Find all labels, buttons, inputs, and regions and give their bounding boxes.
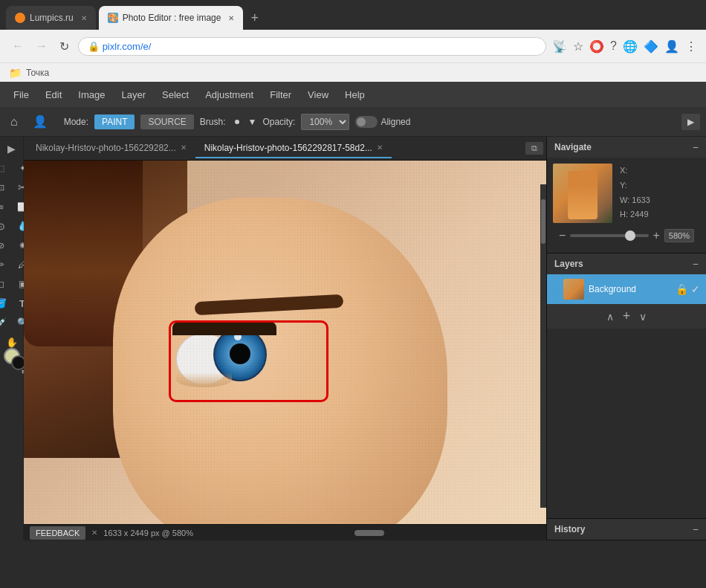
- brush-label: Brush:: [200, 117, 226, 127]
- person-tool-button[interactable]: 👤: [28, 112, 52, 132]
- history-title: History: [554, 524, 585, 534]
- bookmark-folder-icon: 📁: [9, 67, 22, 79]
- menu-adjustment[interactable]: Adjustment: [198, 85, 261, 104]
- address-bar[interactable]: 🔒 pixlr.com/e/: [78, 37, 546, 56]
- opacity-select[interactable]: 100% 75% 50% 25%: [301, 114, 349, 130]
- tab-lumpics-close[interactable]: ✕: [81, 14, 87, 22]
- color-swatches: ⇄: [4, 348, 26, 375]
- browser-chrome: Lumpics.ru ✕ 🎨 Photo Editor : free image…: [0, 0, 706, 82]
- forward-button[interactable]: →: [33, 36, 51, 56]
- zoom-handle[interactable]: [625, 230, 635, 241]
- browser-actions: 📡 ☆ ⭕ ? 🌐 🔷 👤 ⋮: [552, 39, 697, 54]
- paint-mode-button[interactable]: PAINT: [94, 114, 135, 129]
- history-minimize-button[interactable]: −: [693, 523, 699, 535]
- opera-icon[interactable]: ⭕: [589, 39, 604, 54]
- help-icon[interactable]: ?: [610, 39, 617, 53]
- heal-tool[interactable]: ≋: [0, 198, 11, 216]
- navigate-panel: Navigate − X: Y: W: 1633 H: 2449 −: [547, 137, 706, 253]
- zoom-value: 580%: [664, 229, 694, 242]
- menu-help[interactable]: Help: [337, 85, 372, 104]
- layer-visible-icon[interactable]: ✓: [691, 283, 700, 295]
- tab-pixlr-label: Photo Editor : free image: [123, 13, 221, 23]
- menu-select[interactable]: Select: [155, 85, 196, 104]
- canvas-tab-1-label: Nikolay-Hristov-photo-156229282...: [36, 143, 176, 153]
- canvas-tab-1[interactable]: Nikolay-Hristov-photo-156229282... ✕: [27, 139, 195, 158]
- layer-icons: 🔒 ✓: [676, 283, 700, 295]
- bookmark-icon[interactable]: ☆: [573, 39, 583, 54]
- select-tool[interactable]: ▶: [1, 140, 22, 158]
- menu-layer[interactable]: Layer: [114, 85, 154, 104]
- tab-pixlr[interactable]: 🎨 Photo Editor : free image ✕: [99, 6, 244, 30]
- canvas-tab-1-close[interactable]: ✕: [181, 143, 187, 152]
- layer-add-button[interactable]: +: [623, 308, 631, 324]
- clone-tool[interactable]: ⊙: [0, 217, 11, 235]
- canvas-viewport[interactable]: [24, 161, 546, 524]
- canvas-status-text: 1633 x 2449 px @ 580%: [103, 529, 193, 537]
- reload-button[interactable]: ↻: [56, 36, 72, 56]
- vpn-icon[interactable]: 🌐: [623, 39, 638, 54]
- menu-edit[interactable]: Edit: [38, 85, 69, 104]
- aligned-text: Aligned: [380, 117, 410, 127]
- pixlr-favicon: 🎨: [108, 13, 118, 23]
- brush-arrow-icon[interactable]: ▼: [248, 117, 257, 127]
- navigate-section: X: Y: W: 1633 H: 2449 − + 580%: [547, 158, 706, 253]
- menu-file[interactable]: File: [6, 85, 36, 104]
- bookmark-bar: 📁 Точка: [0, 62, 706, 82]
- zoom-minus-button[interactable]: −: [559, 229, 566, 242]
- bookmark-label[interactable]: Точка: [26, 68, 49, 78]
- menu-filter[interactable]: Filter: [262, 85, 299, 104]
- vertical-scrollbar[interactable]: [540, 184, 546, 508]
- menu-image[interactable]: Image: [71, 85, 112, 104]
- scrollbar-thumb[interactable]: [541, 199, 545, 244]
- layer-thumbnail: [563, 279, 584, 300]
- eyedropper-tool[interactable]: 💉: [0, 314, 11, 332]
- menu-view[interactable]: View: [300, 85, 336, 104]
- layer-lock-icon[interactable]: 🔒: [676, 283, 688, 295]
- toolbar-expand-button[interactable]: ▶: [681, 114, 700, 130]
- cast-icon[interactable]: 📡: [552, 39, 567, 54]
- aligned-toggle-switch[interactable]: [355, 116, 378, 128]
- layer-move-up-button[interactable]: ∧: [606, 311, 614, 323]
- horizontal-scrollbar-thumb[interactable]: [354, 530, 384, 536]
- feedback-button[interactable]: FEEDBACK: [30, 526, 85, 540]
- h-label: H:: [620, 210, 628, 219]
- home-tool-button[interactable]: ⌂: [6, 112, 22, 132]
- mode-label: Mode:: [64, 117, 88, 127]
- profile-icon[interactable]: 👤: [664, 39, 679, 54]
- layer-move-down-button[interactable]: ∨: [639, 311, 647, 323]
- tab-lumpics[interactable]: Lumpics.ru ✕: [6, 6, 96, 30]
- erase-tool[interactable]: ◻: [0, 275, 11, 293]
- navigate-title: Navigate: [554, 142, 592, 152]
- back-button[interactable]: ←: [9, 36, 27, 56]
- aligned-toggle: Aligned: [355, 116, 410, 128]
- menu-icon[interactable]: ⋮: [685, 39, 697, 54]
- zoom-slider[interactable]: [570, 234, 648, 237]
- layer-name: Background: [589, 284, 671, 294]
- source-mode-button[interactable]: SOURCE: [140, 114, 193, 129]
- navigate-minimize-button[interactable]: −: [693, 141, 699, 153]
- layer-item-background[interactable]: ▶ Background 🔒 ✓: [547, 274, 706, 304]
- canvas-area: Nikolay-Hristov-photo-156229282... ✕ Nik…: [24, 137, 546, 540]
- canvas-tab-2-close[interactable]: ✕: [377, 143, 383, 152]
- layer-controls: ∧ + ∨: [547, 304, 706, 329]
- fill-bucket-tool[interactable]: 🪣: [0, 294, 11, 312]
- nav-thumbnail: [553, 164, 612, 223]
- feedback-close[interactable]: ✕: [91, 529, 97, 537]
- pencil-tool[interactable]: ✏: [0, 256, 11, 274]
- horizontal-scrollbar-area: [199, 530, 540, 536]
- browser-controls-bar: ← → ↻ 🔒 pixlr.com/e/ 📡 ☆ ⭕ ? 🌐 🔷 👤 ⋮: [0, 30, 706, 62]
- redeye-tool[interactable]: ⊘: [0, 236, 11, 254]
- lumpics-favicon: [15, 13, 25, 23]
- new-tab-button[interactable]: +: [246, 10, 263, 26]
- lasso-tool[interactable]: ⬚: [0, 159, 11, 177]
- zoom-plus-button[interactable]: +: [653, 229, 660, 242]
- crop-tool[interactable]: ⊡: [0, 178, 11, 196]
- x-label: X:: [620, 166, 627, 175]
- layers-panel-header: Layers −: [547, 253, 706, 274]
- canvas-copy-button[interactable]: ⧉: [525, 142, 543, 155]
- tab-pixlr-close[interactable]: ✕: [228, 14, 234, 22]
- w-value: 1633: [632, 196, 650, 204]
- layers-minimize-button[interactable]: −: [693, 258, 699, 270]
- extension-icon[interactable]: 🔷: [644, 39, 658, 54]
- canvas-tab-2[interactable]: Nikolay-Hristov-photo-1562292817-58d2...…: [195, 139, 392, 158]
